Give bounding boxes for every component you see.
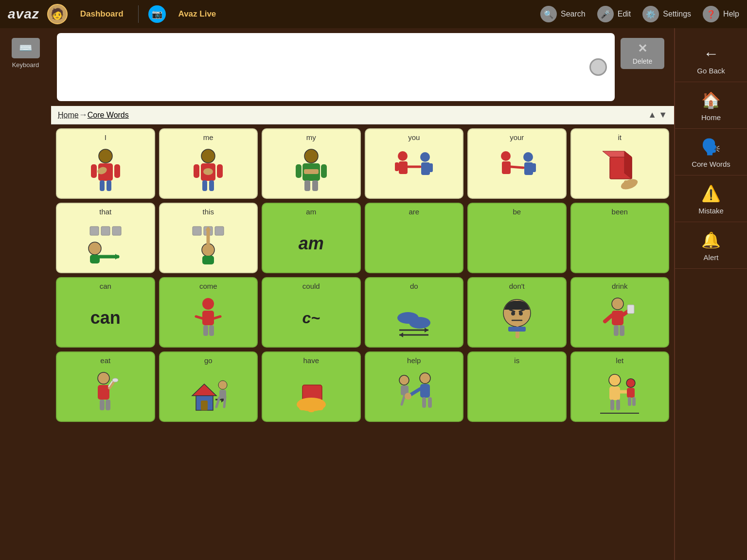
card-it[interactable]: it (570, 128, 670, 199)
svg-point-21 (398, 151, 408, 161)
breadcrumb-separator: → (79, 110, 88, 120)
svg-rect-80 (614, 325, 619, 336)
svg-point-103 (399, 375, 409, 385)
card-do-label: do (410, 282, 418, 290)
card-be[interactable]: be (467, 203, 567, 273)
delete-wrapper: ✕ Delete (621, 28, 674, 74)
svg-rect-48 (215, 227, 224, 235)
card-drink[interactable]: drink (570, 277, 670, 348)
card-me-label: me (203, 133, 213, 141)
card-have-image (292, 368, 331, 417)
card-that-image (86, 219, 125, 268)
home-label: Home (701, 113, 721, 122)
svg-rect-114 (610, 400, 614, 410)
help-button[interactable]: ❓ Help (703, 6, 739, 22)
card-can[interactable]: can can (56, 277, 155, 348)
left-panel: ⌨️ Keyboard (0, 28, 51, 560)
nav-right-group: 🔍 Search 🎤 Edit ⚙️ Settings ❓ Help (540, 6, 739, 22)
svg-point-117 (626, 379, 635, 387)
card-am[interactable]: am am (262, 203, 361, 273)
card-me[interactable]: me (159, 128, 258, 199)
live-label: Avaz Live (178, 9, 216, 19)
svg-point-106 (420, 373, 430, 384)
svg-rect-11 (202, 180, 207, 191)
svg-line-105 (402, 395, 405, 404)
svg-rect-46 (193, 227, 201, 235)
right-sidebar: ← Go Back 🏠 Home 🗣️ Core Words ⚠️ Mistak… (674, 28, 747, 560)
alert-button[interactable]: 🔔 Alert (675, 224, 747, 269)
card-that[interactable]: that (56, 203, 155, 273)
svg-point-25 (420, 152, 430, 162)
card-do[interactable]: do (365, 277, 464, 348)
card-eat[interactable]: eat (56, 351, 155, 422)
svg-rect-5 (107, 180, 111, 191)
card-you-label: you (408, 133, 420, 141)
go-back-icon: ← (703, 45, 719, 63)
word-grid-scroll: I m (51, 124, 674, 560)
card-let[interactable]: let (570, 351, 670, 422)
user-avatar[interactable]: 🧑 (47, 4, 68, 24)
card-your[interactable]: your (467, 128, 567, 199)
card-let-label: let (616, 356, 623, 365)
svg-rect-10 (217, 164, 223, 178)
settings-button[interactable]: ⚙️ Settings (642, 6, 691, 22)
svg-rect-118 (627, 388, 635, 398)
breadcrumb-current: Core Words (88, 111, 129, 120)
delete-button[interactable]: ✕ Delete (621, 38, 664, 69)
top-row: ✕ Delete (51, 28, 674, 106)
mistake-button[interactable]: ⚠️ Mistake (675, 177, 747, 222)
sort-up-arrow[interactable]: ▲ (648, 110, 657, 120)
card-you[interactable]: you (365, 128, 464, 199)
svg-rect-40 (101, 227, 110, 235)
core-words-icon: 🗣️ (701, 138, 721, 156)
card-help[interactable]: help (365, 351, 464, 422)
card-is[interactable]: is (467, 351, 567, 422)
card-help-label: help (407, 356, 421, 365)
svg-point-53 (202, 298, 214, 310)
nav-divider (138, 5, 139, 23)
svg-rect-101 (308, 402, 315, 412)
card-go[interactable]: go (159, 351, 258, 422)
card-are[interactable]: are (365, 203, 464, 273)
svg-rect-2 (91, 164, 97, 178)
svg-rect-33 (531, 163, 536, 172)
svg-point-111 (405, 393, 411, 400)
svg-rect-50 (202, 256, 214, 264)
dashboard-button[interactable]: Dashboard (75, 7, 128, 21)
output-bar[interactable] (57, 33, 615, 101)
card-you-image (392, 144, 436, 194)
card-go-image (186, 368, 230, 417)
card-come[interactable]: come (159, 277, 258, 348)
card-dont[interactable]: don't (467, 277, 567, 348)
core-words-button[interactable]: 🗣️ Core Words (675, 131, 747, 175)
svg-rect-41 (112, 227, 121, 235)
card-come-label: come (199, 282, 217, 290)
svg-rect-78 (627, 305, 634, 314)
card-this[interactable]: this (159, 203, 258, 273)
search-button[interactable]: 🔍 Search (540, 6, 586, 22)
home-button[interactable]: 🏠 Home (675, 84, 747, 129)
svg-rect-59 (203, 325, 208, 336)
svg-line-97 (224, 397, 225, 407)
core-words-label: Core Words (692, 160, 730, 168)
card-can-text: can (90, 293, 121, 343)
avaz-live-button[interactable]: Avaz Live (174, 7, 221, 21)
card-help-image (392, 368, 436, 417)
card-have[interactable]: have (262, 351, 361, 422)
card-your-label: your (510, 133, 524, 141)
card-could[interactable]: could c~ (262, 277, 361, 348)
card-my[interactable]: my (262, 128, 361, 199)
svg-point-28 (501, 151, 511, 161)
svg-marker-64 (425, 328, 428, 332)
go-back-button[interactable]: ← Go Back (675, 38, 747, 82)
sort-down-arrow[interactable]: ▼ (658, 110, 667, 120)
svg-rect-100 (299, 400, 306, 410)
svg-rect-17 (321, 164, 327, 178)
keyboard-button[interactable]: ⌨️ Keyboard (12, 38, 40, 69)
main-layout: ⌨️ Keyboard ✕ Delete Home → Core Words (0, 28, 747, 560)
card-been[interactable]: been (570, 203, 670, 273)
edit-button[interactable]: 🎤 Edit (597, 6, 631, 22)
breadcrumb-home[interactable]: Home (58, 111, 79, 120)
help-icon: ❓ (703, 6, 719, 22)
card-I[interactable]: I (56, 128, 155, 199)
